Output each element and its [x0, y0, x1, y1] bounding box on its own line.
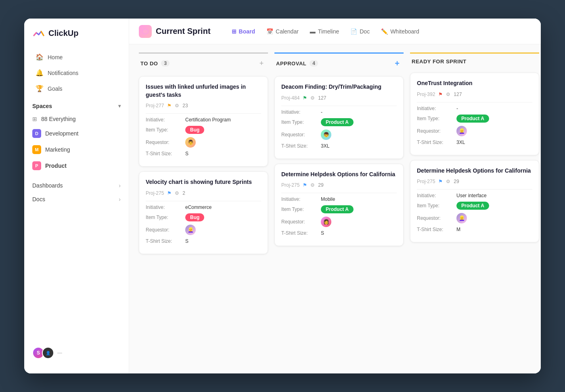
tab-timeline-label: Timeline [318, 28, 339, 35]
board-icon: ⊞ [232, 28, 236, 35]
card-card-1[interactable]: Issues with linked unfurled images in gu… [139, 76, 268, 167]
field-label-item-type: Item Type: [417, 203, 453, 209]
field-value-initiative: - [456, 106, 458, 111]
column-header-todo: TO DO3+ [139, 52, 268, 71]
card-meta-card-1: Proj-277⚑⚙23 [146, 103, 261, 108]
field-item-type: Item Type:Product A [281, 118, 397, 126]
sidebar-item-product[interactable]: P Product [24, 158, 129, 173]
field-label-size: T-Shirt Size: [281, 143, 318, 149]
sidebar-item-everything[interactable]: ⊞ 88 Everything [24, 113, 129, 125]
field-value-size: M [456, 227, 460, 232]
avatar-j[interactable]: 👤 [42, 347, 54, 359]
card-title-card-6: Determine Helpdesk Options for Californi… [417, 167, 532, 175]
nav-label-notifications: Notifications [48, 70, 78, 76]
column-add-todo[interactable]: + [257, 58, 266, 68]
field-item-type: Item Type:Product A [281, 205, 397, 213]
card-title-card-2: Velocity chart is showing future Sprints [146, 178, 261, 186]
everything-label: 88 Everything [41, 116, 76, 122]
card-count: 29 [454, 179, 459, 184]
card-card-2[interactable]: Velocity chart is showing future Sprints… [139, 171, 268, 254]
tab-doc[interactable]: 📄 Doc [345, 26, 375, 37]
nav-item-notifications[interactable]: 🔔 Notifications [27, 65, 126, 80]
requestor-avatar: 👱‍♀️ [456, 213, 467, 223]
sidebar-item-docs[interactable]: Docs › [27, 192, 126, 206]
flag-icon: ⚑ [303, 182, 307, 188]
field-value-initiative: - [321, 109, 322, 115]
tab-board[interactable]: ⊞ Board [227, 26, 260, 37]
proj-id: Proj-277 [146, 103, 164, 108]
column-title-approval: APPROVAL [276, 60, 306, 67]
column-title-todo: TO DO [140, 60, 158, 67]
card-count: 127 [318, 95, 326, 101]
logo-text: ClickUp [48, 29, 78, 38]
field-label-size: T-Shirt Size: [281, 230, 318, 236]
sidebar-item-development[interactable]: D Development [24, 126, 129, 141]
nav-item-goals[interactable]: 🏆 Goals [27, 81, 126, 96]
field-tshirt-size: T-Shirt Size:3XL [417, 140, 532, 145]
field-label-requestor: Requestor: [146, 227, 182, 233]
item-type-tag: Bug [185, 213, 204, 221]
sprint-icon [139, 25, 152, 38]
app-container: ClickUp 🏠 Home 🔔 Notifications 🏆 Goals S… [24, 19, 541, 373]
column-count-todo: 3 [161, 60, 170, 67]
field-initiative: Initiative:Mobile [281, 196, 397, 202]
proj-id: Proj-392 [417, 92, 435, 97]
field-label-item-type: Item Type: [417, 116, 453, 121]
card-meta-card-6: Proj-275⚑⚙29 [417, 179, 532, 184]
proj-id: Proj-275 [146, 190, 164, 196]
nav-item-home[interactable]: 🏠 Home [27, 50, 126, 65]
sidebar-item-dashboards[interactable]: Dashboards › [27, 179, 126, 192]
flag-icon: ⚑ [167, 190, 172, 196]
field-label-requestor: Requestor: [281, 132, 318, 138]
column-ready: READY FOR SPRINTOneTrust IntegrationProj… [410, 52, 539, 365]
spaces-section-header[interactable]: Spaces ▾ [24, 96, 129, 113]
field-tshirt-size: T-Shirt Size:S [281, 230, 397, 236]
field-requestor: Requestor:👩 [281, 217, 397, 227]
proj-id: Proj-275 [281, 182, 299, 188]
card-card-3[interactable]: Deacom Finding: Dry/Trim/PackagingProj-4… [274, 76, 404, 159]
field-label-size: T-Shirt Size: [146, 238, 182, 244]
field-label-initiative: Initiative: [281, 109, 318, 115]
top-bar: Current Sprint ⊞ Board 📅 Calendar ▬ Time… [129, 19, 541, 44]
gear-icon: ⚙ [310, 95, 315, 101]
doc-icon: 📄 [350, 28, 357, 35]
development-label: Development [45, 130, 79, 137]
tab-timeline[interactable]: ▬ Timeline [305, 26, 344, 37]
item-type-tag: Product A [456, 202, 489, 210]
docs-label: Docs [32, 196, 45, 202]
card-title-card-5: OneTrust Integration [417, 79, 532, 88]
sprint-title: Current Sprint [156, 27, 211, 36]
sidebar-footer: S 👤 — [24, 340, 129, 365]
field-label-initiative: Initiative: [146, 117, 182, 123]
card-count: 2 [182, 190, 185, 196]
field-value-initiative: Certification Program [185, 117, 231, 123]
marketing-badge: M [32, 145, 41, 154]
field-label-item-type: Item Type: [281, 206, 318, 212]
column-approval: APPROVAL4+Deacom Finding: Dry/Trim/Packa… [274, 52, 404, 365]
sidebar: ClickUp 🏠 Home 🔔 Notifications 🏆 Goals S… [24, 19, 129, 373]
column-header-approval: APPROVAL4+ [274, 52, 404, 71]
column-add-approval[interactable]: + [392, 58, 402, 68]
flag-icon: ⚑ [303, 95, 307, 101]
flag-icon: ⚑ [167, 103, 172, 108]
user-avatars: S 👤 [32, 347, 54, 359]
card-card-6[interactable]: Determine Helpdesk Options for Californi… [410, 160, 539, 243]
field-value-initiative: Mobile [321, 196, 335, 202]
gear-icon: ⚙ [446, 179, 450, 184]
card-card-4[interactable]: Determine Helpdesk Options for Californi… [274, 164, 404, 246]
field-label-item-type: Item Type: [281, 119, 318, 125]
item-type-tag: Product A [321, 118, 354, 126]
board-area: TO DO3+Issues with linked unfurled image… [129, 44, 541, 373]
tab-calendar[interactable]: 📅 Calendar [262, 26, 303, 37]
column-header-left-todo: TO DO3 [140, 60, 170, 67]
item-type-tag: Bug [185, 126, 204, 134]
field-item-type: Item Type:Product A [417, 202, 532, 210]
sidebar-item-marketing[interactable]: M Marketing [24, 142, 129, 157]
card-meta-card-5: Proj-392⚑⚙127 [417, 92, 532, 97]
card-meta-card-3: Proj-484⚑⚙127 [281, 95, 397, 101]
timeline-icon: ▬ [310, 28, 316, 35]
card-card-5[interactable]: OneTrust IntegrationProj-392⚑⚙127Initiat… [410, 73, 539, 155]
field-initiative: Initiative:- [417, 106, 532, 111]
tab-whiteboard[interactable]: ✏️ Whiteboard [376, 26, 424, 37]
footer-dash: — [57, 350, 62, 356]
